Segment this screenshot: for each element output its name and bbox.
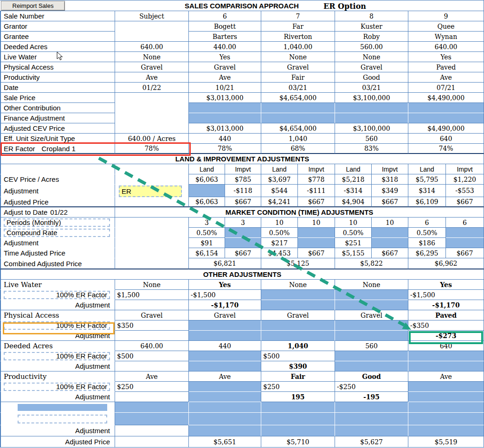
value-cell: $5,125: [261, 258, 335, 269]
value-cell: 195: [261, 392, 335, 402]
row-label: Adjusted Price: [0, 436, 115, 448]
value-cell: Paved: [408, 310, 484, 320]
value-cell: None: [261, 52, 335, 62]
subject-cell[interactable]: $500: [115, 351, 189, 361]
value-cell: -$1,500: [408, 290, 484, 300]
value-cell: Riverton: [261, 32, 335, 42]
empty-cell: [189, 392, 261, 402]
value-cell: Yes: [189, 280, 261, 290]
empty-cell: [408, 392, 484, 402]
subject-cell: None: [115, 52, 189, 62]
empty-cell: [335, 361, 408, 371]
value-cell: $667: [372, 197, 408, 207]
value-cell: -$273: [408, 331, 484, 341]
row-label: Adjustment: [0, 392, 115, 402]
empty-cell: [261, 300, 335, 310]
value-cell: None: [335, 52, 408, 62]
blank-category-cell: [18, 404, 107, 411]
value-cell: -$1,170: [408, 300, 484, 310]
value-cell: 0.50%: [408, 228, 446, 238]
value-cell: $4,904: [335, 197, 372, 207]
value-cell: $667: [298, 248, 335, 258]
value-cell: -$553: [446, 185, 484, 197]
periods-input[interactable]: Periods (Monthly): [4, 218, 110, 227]
input-label: Compound Rate: [6, 229, 57, 237]
subject-cell: [115, 392, 189, 402]
row-label: Other Contribution: [0, 103, 115, 113]
empty-cell: [335, 402, 408, 413]
value-cell: 640: [408, 134, 484, 144]
row-label: 100% ER Factor: [0, 382, 115, 392]
blank-er-input[interactable]: [18, 415, 107, 423]
value-cell: $349: [372, 185, 408, 197]
value-cell: $5,627: [335, 436, 408, 448]
row-label: Live Water: [0, 52, 115, 62]
value-cell: $4,490,000: [408, 93, 484, 103]
value-cell: Fair: [261, 371, 335, 382]
value-cell: $3,100,000: [335, 123, 408, 134]
value-cell: Far: [261, 21, 335, 32]
er-factor-input[interactable]: 100% ER Factor: [4, 291, 110, 299]
value-cell: 560: [335, 134, 408, 144]
er-factor-input[interactable]: 100% ER Factor: [4, 321, 110, 330]
blank-er-label: [0, 413, 115, 425]
value-cell: 3: [189, 218, 225, 228]
row-label: Productivity: [0, 72, 115, 83]
value-cell: 83%: [335, 144, 408, 154]
reimport-sales-button[interactable]: Reimport Sales: [1, 1, 65, 11]
comparison-grid: SALES COMPARISON APPROACHER OptionSale N…: [0, 0, 484, 448]
empty-cell: [261, 402, 335, 413]
subject-cell: [115, 218, 189, 269]
empty-cell: [261, 103, 335, 113]
value-cell: Yes: [189, 52, 261, 62]
er-option-label: ER Option: [323, 2, 366, 11]
er-input[interactable]: ER: [119, 186, 182, 197]
value-cell: 1,040: [261, 134, 335, 144]
empty-cell: [408, 103, 484, 113]
section-header-market: MARKET CONDITION (TIME) ADJUSTMENTS: [115, 207, 484, 218]
empty-cell: [189, 425, 261, 436]
value-cell: $6,063: [189, 174, 225, 185]
row-label: 100% ER Factor: [0, 290, 115, 300]
value-cell: $667: [225, 197, 261, 207]
er-factor-input[interactable]: 100% ER Factor: [4, 383, 110, 391]
value-cell: Paved: [408, 62, 484, 72]
row-label: 100% ER Factor: [0, 351, 115, 361]
empty-cell: [408, 413, 484, 425]
value-cell: -$111: [298, 185, 335, 197]
empty-cell: [335, 351, 408, 361]
subject-cell[interactable]: $1,500: [115, 290, 189, 300]
compound-rate-input[interactable]: Compound Rate: [4, 229, 110, 237]
value-cell: $251: [335, 238, 372, 248]
row-label: Adjustment: [0, 425, 115, 436]
value-cell: $5,710: [261, 436, 335, 448]
row-label: CEV Price / Acres: [0, 174, 115, 185]
subject-cell: ER: [115, 164, 189, 207]
row-label: Date: [0, 83, 115, 93]
value-cell: 10: [261, 218, 298, 228]
empty-cell: [335, 413, 408, 425]
er-factor-label-text: 100% ER Factor: [56, 321, 107, 329]
row-label: Physical Access: [0, 310, 115, 320]
subject-cell: [115, 425, 189, 436]
value-cell: 640: [408, 341, 484, 351]
empty-cell: [189, 382, 261, 392]
value-cell: 3: [225, 218, 261, 228]
value-cell: $6,154: [189, 248, 225, 258]
value-cell: Gravel: [335, 62, 408, 72]
value-cell: $4,654,000: [261, 123, 335, 134]
subject-cell[interactable]: $350: [115, 320, 189, 331]
er-factor-label: ER Factor: [4, 145, 35, 153]
er-factor-input[interactable]: 100% ER Factor: [4, 352, 110, 360]
value-cell: Yes: [408, 52, 484, 62]
sheet-title: SALES COMPARISON APPROACH: [185, 2, 299, 10]
subject-cell[interactable]: $250: [115, 382, 189, 392]
section-header-other: OTHER ADJUSTMENTS: [0, 269, 484, 280]
subject-cell: [115, 331, 189, 341]
row-label: Deeded Acres: [0, 341, 115, 351]
empty-cell: [408, 113, 484, 123]
value-cell: 640.00: [408, 42, 484, 52]
column-header: Land: [261, 164, 298, 174]
value-cell: -$1,170: [189, 300, 261, 310]
value-cell: -$350: [408, 320, 484, 331]
